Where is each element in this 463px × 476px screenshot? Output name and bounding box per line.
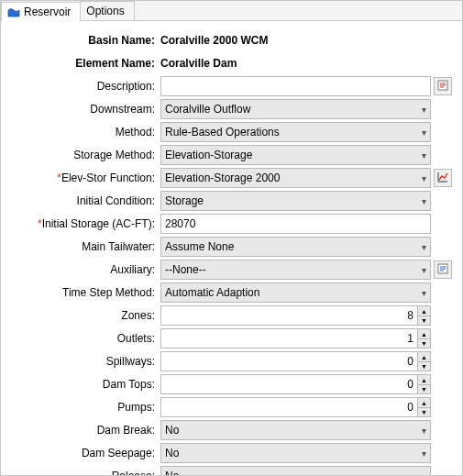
- initial-storage-label: *Initial Storage (AC-FT):: [8, 217, 160, 230]
- dam-break-value: No: [165, 424, 179, 437]
- chevron-down-icon: ▾: [418, 288, 426, 298]
- auxiliary-note-button[interactable]: [434, 260, 452, 279]
- auxiliary-combo[interactable]: --None-- ▾: [160, 260, 431, 280]
- dam-break-label: Dam Break:: [8, 424, 160, 437]
- outlets-input[interactable]: [160, 328, 417, 349]
- dam-seepage-label: Dam Seepage:: [8, 447, 160, 459]
- chevron-down-icon: ▾: [418, 127, 426, 138]
- initial-condition-label: Initial Condition:: [8, 194, 160, 207]
- zones-input[interactable]: [160, 305, 417, 326]
- auxiliary-label: Auxiliary:: [8, 263, 160, 276]
- dam-tops-spin-down[interactable]: ▼: [417, 384, 431, 394]
- description-label: Description:: [8, 80, 160, 93]
- spillways-input[interactable]: [160, 351, 417, 371]
- auxiliary-value: --None--: [165, 263, 206, 276]
- reservoir-icon: [7, 6, 20, 17]
- chevron-down-icon: ▾: [418, 196, 426, 206]
- chevron-down-icon: ▾: [418, 448, 426, 459]
- pumps-label: Pumps:: [8, 401, 160, 414]
- description-input[interactable]: [160, 76, 431, 96]
- note-icon: [436, 262, 449, 278]
- dam-break-combo[interactable]: No ▾: [160, 420, 431, 440]
- pumps-spin-up[interactable]: ▲: [417, 397, 431, 407]
- release-value: No: [165, 470, 179, 475]
- main-tailwater-label: Main Tailwater:: [8, 240, 160, 253]
- dam-seepage-combo[interactable]: No ▾: [160, 443, 431, 463]
- outlets-spin-down[interactable]: ▼: [417, 338, 431, 349]
- elev-stor-fn-value: Elevation-Storage 2000: [165, 172, 280, 184]
- dam-tops-spin-up[interactable]: ▲: [417, 374, 431, 384]
- basin-name-label: Basin Name:: [8, 34, 160, 47]
- tab-reservoir[interactable]: Reservoir: [1, 2, 81, 21]
- chevron-down-icon: ▾: [418, 105, 426, 115]
- chevron-down-icon: ▾: [418, 471, 426, 476]
- zones-spin-down[interactable]: ▼: [417, 315, 431, 326]
- main-tailwater-combo[interactable]: Assume None ▾: [160, 237, 431, 257]
- outlets-label: Outlets:: [8, 332, 160, 345]
- chevron-down-icon: ▾: [418, 426, 426, 436]
- spillways-spin-down[interactable]: ▼: [417, 361, 431, 371]
- zones-label: Zones:: [8, 309, 160, 322]
- form-content: Basin Name: Coralville 2000 WCM Element …: [1, 21, 462, 475]
- chevron-down-icon: ▾: [418, 265, 426, 275]
- note-icon: [436, 79, 449, 94]
- method-label: Method:: [8, 126, 160, 138]
- spillways-label: Spillways:: [8, 355, 160, 368]
- chevron-down-icon: ▾: [418, 150, 426, 161]
- tab-bar: Reservoir Options: [1, 1, 462, 21]
- elev-stor-plot-button[interactable]: [434, 169, 452, 187]
- spillways-spin-up[interactable]: ▲: [417, 351, 431, 361]
- time-step-value: Automatic Adaption: [165, 286, 259, 299]
- downstream-combo[interactable]: Coralville Outflow ▾: [160, 99, 431, 119]
- storage-method-value: Elevation-Storage: [165, 149, 252, 161]
- plot-icon: [436, 171, 449, 186]
- zones-spin-up[interactable]: ▲: [417, 305, 431, 315]
- downstream-value: Coralville Outflow: [165, 103, 250, 116]
- tab-options[interactable]: Options: [80, 1, 134, 20]
- outlets-spin-up[interactable]: ▲: [417, 328, 431, 338]
- time-step-combo[interactable]: Automatic Adaption ▾: [160, 282, 431, 303]
- tab-reservoir-label: Reservoir: [24, 6, 71, 18]
- initial-storage-input[interactable]: [160, 214, 431, 234]
- release-combo[interactable]: No ▾: [160, 466, 431, 475]
- initial-condition-combo[interactable]: Storage ▾: [160, 191, 431, 211]
- dam-seepage-value: No: [165, 447, 179, 459]
- chevron-down-icon: ▾: [418, 173, 426, 183]
- downstream-label: Downstream:: [8, 103, 160, 116]
- storage-method-label: Storage Method:: [8, 149, 160, 161]
- time-step-label: Time Step Method:: [8, 286, 160, 299]
- element-name-value: Coralville Dam: [160, 57, 431, 70]
- chevron-down-icon: ▾: [418, 242, 426, 252]
- elev-stor-fn-combo[interactable]: Elevation-Storage 2000 ▾: [160, 168, 431, 188]
- method-value: Rule-Based Operations: [165, 126, 280, 138]
- dam-tops-label: Dam Tops:: [8, 378, 160, 391]
- element-name-label: Element Name:: [8, 57, 160, 70]
- description-note-button[interactable]: [434, 77, 452, 95]
- tab-options-label: Options: [86, 5, 124, 17]
- pumps-spin-down[interactable]: ▼: [417, 407, 431, 417]
- pumps-input[interactable]: [160, 397, 417, 417]
- basin-name-value: Coralville 2000 WCM: [160, 34, 431, 47]
- main-tailwater-value: Assume None: [165, 240, 234, 253]
- release-label: Release:: [8, 470, 160, 475]
- elev-stor-fn-label: *Elev-Stor Function:: [8, 172, 160, 184]
- method-combo[interactable]: Rule-Based Operations ▾: [160, 122, 431, 142]
- initial-condition-value: Storage: [165, 194, 204, 207]
- dam-tops-input[interactable]: [160, 374, 417, 394]
- storage-method-combo[interactable]: Elevation-Storage ▾: [160, 145, 431, 165]
